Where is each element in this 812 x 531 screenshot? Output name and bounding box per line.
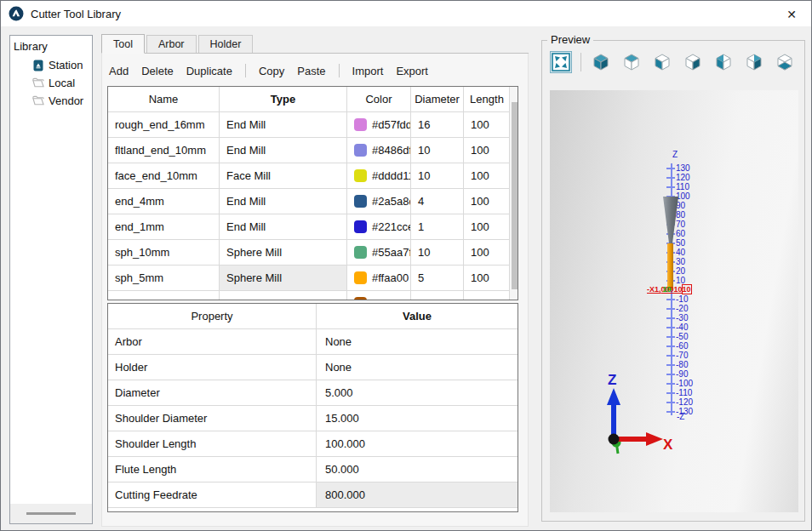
cell-value[interactable]: 15.000 bbox=[317, 406, 518, 431]
close-icon[interactable]: ✕ bbox=[783, 6, 800, 23]
column-header-diameter[interactable]: Diameter bbox=[411, 87, 464, 112]
column-header-type[interactable]: Type bbox=[220, 87, 347, 112]
cell-name[interactable]: face_end_10mm bbox=[108, 163, 220, 189]
cell-diameter[interactable]: 1 bbox=[411, 214, 464, 240]
cell-diameter[interactable]: 10 bbox=[411, 240, 464, 266]
cell-diameter[interactable]: 16 bbox=[411, 112, 464, 138]
tool-table-scrollbar[interactable] bbox=[509, 87, 518, 300]
property-row-holder[interactable]: HolderNone bbox=[108, 355, 518, 380]
cell-color[interactable]: #dddd11 bbox=[347, 163, 411, 189]
cell-property[interactable]: Holder bbox=[108, 355, 317, 380]
sidebar-item-local[interactable]: Local bbox=[10, 74, 92, 92]
cell-type[interactable]: Sphere Mill bbox=[220, 291, 347, 300]
cell-property[interactable]: Diameter bbox=[108, 380, 317, 406]
add-button[interactable]: Add bbox=[109, 65, 129, 77]
cell-type[interactable]: Face Mill bbox=[220, 163, 347, 189]
column-header-name[interactable]: Name bbox=[108, 87, 220, 112]
tab-tool[interactable]: Tool bbox=[101, 34, 145, 54]
cell-color[interactable]: #d57fdd bbox=[347, 112, 411, 138]
cell-length[interactable]: 100 bbox=[464, 240, 510, 266]
cell-value[interactable]: 100.000 bbox=[317, 431, 518, 457]
cell-value[interactable]: 5.000 bbox=[317, 380, 518, 406]
cell-name[interactable]: sph_5mm bbox=[108, 266, 220, 291]
cell-length[interactable]: 100 bbox=[464, 112, 510, 138]
duplicate-button[interactable]: Duplicate bbox=[186, 65, 232, 77]
cell-diameter[interactable]: 4 bbox=[411, 189, 464, 214]
tool-row-end_1mm[interactable]: end_1mmEnd Mill#221cce1100 bbox=[108, 214, 518, 240]
cell-color[interactable]: #aa5500 bbox=[347, 291, 411, 300]
cell-length[interactable]: 100 bbox=[464, 291, 510, 300]
cell-diameter[interactable]: 10 bbox=[411, 163, 464, 189]
cell-property[interactable]: Shoulder Diameter bbox=[108, 406, 317, 431]
cell-color[interactable]: #2a5a8d bbox=[347, 189, 411, 214]
cell-diameter[interactable]: 4 bbox=[411, 291, 464, 300]
cell-type[interactable]: Sphere Mill bbox=[220, 266, 347, 291]
tool-row-sph_10mm[interactable]: sph_10mmSphere Mill#55aa7f10100 bbox=[108, 240, 518, 266]
preview-3d-viewport[interactable]: 130120110100908070605040302010-10-20-30-… bbox=[550, 90, 798, 512]
cell-color[interactable]: #ffaa00 bbox=[347, 266, 411, 291]
sidebar-item-vendor[interactable]: Vendor bbox=[10, 92, 92, 110]
splitter-handle[interactable] bbox=[26, 512, 76, 515]
right-view-button[interactable] bbox=[682, 51, 704, 73]
cell-property[interactable]: Arbor bbox=[108, 329, 317, 355]
left-view-button[interactable] bbox=[712, 51, 735, 73]
tab-arbor[interactable]: Arbor bbox=[146, 35, 197, 53]
copy-button[interactable]: Copy bbox=[259, 65, 284, 77]
property-row-flute-length[interactable]: Flute Length50.000 bbox=[108, 457, 518, 482]
import-button[interactable]: Import bbox=[352, 65, 384, 77]
cell-type[interactable]: Sphere Mill bbox=[220, 240, 347, 266]
property-row-shoulder-diameter[interactable]: Shoulder Diameter15.000 bbox=[108, 406, 518, 431]
cell-length[interactable]: 100 bbox=[464, 189, 510, 214]
cell-length[interactable]: 100 bbox=[464, 214, 510, 240]
tool-row-fltland_end_10mm[interactable]: fltland_end_10mmEnd Mill#8486df10100 bbox=[108, 138, 518, 163]
property-row-arbor[interactable]: ArborNone bbox=[108, 329, 518, 355]
tool-row-rough_end_16mm[interactable]: rough_end_16mmEnd Mill#d57fdd16100 bbox=[108, 112, 518, 138]
back-view-button[interactable] bbox=[743, 51, 765, 73]
tool-row-sph_4mm[interactable]: sph_4mmSphere Mill#aa55004100 bbox=[108, 291, 518, 300]
scrollbar-thumb[interactable] bbox=[512, 102, 518, 289]
property-row-diameter[interactable]: Diameter5.000 bbox=[108, 380, 518, 406]
cell-length[interactable]: 100 bbox=[464, 138, 510, 163]
cell-property[interactable]: Cutting Feedrate bbox=[108, 482, 317, 508]
cell-type[interactable]: End Mill bbox=[220, 112, 347, 138]
cell-name[interactable]: sph_10mm bbox=[108, 240, 220, 266]
fit-view-button[interactable] bbox=[550, 51, 572, 73]
cell-name[interactable]: end_1mm bbox=[108, 214, 220, 240]
cell-diameter[interactable]: 10 bbox=[411, 138, 464, 163]
cell-property[interactable]: Flute Length bbox=[108, 457, 317, 482]
cell-name[interactable]: rough_end_16mm bbox=[108, 112, 220, 138]
cell-type[interactable]: End Mill bbox=[220, 189, 347, 214]
top-view-button[interactable] bbox=[620, 51, 643, 73]
tool-row-end_4mm[interactable]: end_4mmEnd Mill#2a5a8d4100 bbox=[108, 189, 518, 214]
cell-type[interactable]: End Mill bbox=[220, 138, 347, 163]
cell-color[interactable]: #8486df bbox=[347, 138, 411, 163]
cell-name[interactable]: sph_4mm bbox=[108, 291, 220, 300]
cell-color[interactable]: #55aa7f bbox=[347, 240, 411, 266]
property-row-shoulder-length[interactable]: Shoulder Length100.000 bbox=[108, 431, 518, 457]
cell-value[interactable]: None bbox=[317, 329, 518, 355]
front-view-button[interactable] bbox=[651, 51, 673, 73]
property-row-cutting-feedrate[interactable]: Cutting Feedrate800.000 bbox=[108, 482, 518, 508]
cell-name[interactable]: fltland_end_10mm bbox=[108, 138, 220, 163]
cell-diameter[interactable]: 5 bbox=[411, 266, 464, 291]
cell-color[interactable]: #221cce bbox=[347, 214, 411, 240]
cell-value[interactable]: 800.000 bbox=[317, 482, 518, 508]
cell-type[interactable]: End Mill bbox=[220, 214, 347, 240]
tool-row-face_end_10mm[interactable]: face_end_10mmFace Mill#dddd1110100 bbox=[108, 163, 518, 189]
cell-length[interactable]: 100 bbox=[464, 266, 510, 291]
cell-name[interactable]: end_4mm bbox=[108, 189, 220, 214]
tool-row-sph_5mm[interactable]: sph_5mmSphere Mill#ffaa005100 bbox=[108, 266, 518, 291]
isometric-view-button[interactable] bbox=[590, 51, 612, 73]
tab-holder[interactable]: Holder bbox=[198, 35, 254, 53]
delete-button[interactable]: Delete bbox=[141, 65, 174, 77]
sidebar-item-station[interactable]: Station bbox=[10, 56, 92, 74]
column-header-color[interactable]: Color bbox=[347, 87, 411, 112]
cell-value[interactable]: 50.000 bbox=[317, 457, 518, 482]
export-button[interactable]: Export bbox=[396, 65, 428, 77]
cell-value[interactable]: None bbox=[317, 355, 518, 380]
cell-length[interactable]: 100 bbox=[464, 163, 510, 189]
cell-property[interactable]: Shoulder Length bbox=[108, 431, 317, 457]
paste-button[interactable]: Paste bbox=[297, 65, 325, 77]
column-header-length[interactable]: Length bbox=[464, 87, 510, 112]
bottom-view-button[interactable] bbox=[774, 51, 796, 73]
